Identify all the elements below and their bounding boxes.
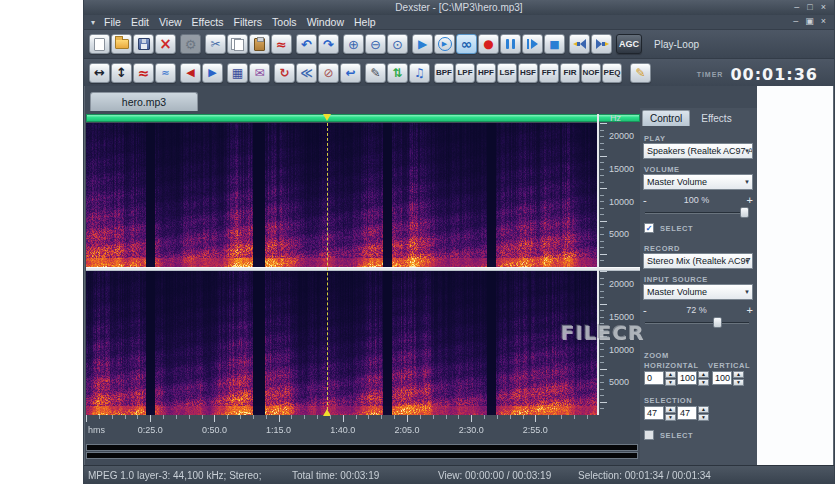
spin-down-icon[interactable]: ▼ bbox=[733, 379, 744, 386]
settings-button[interactable]: ⚙ bbox=[180, 34, 201, 54]
record-minus-button[interactable]: - bbox=[643, 304, 647, 316]
volume-slider[interactable] bbox=[645, 207, 749, 218]
record-plus-button[interactable]: + bbox=[747, 304, 753, 316]
spin-up-icon[interactable]: ▲ bbox=[698, 406, 709, 413]
menu-effects[interactable]: Effects bbox=[187, 16, 229, 28]
pause-button[interactable] bbox=[500, 34, 521, 54]
mdi-system-menu-icon[interactable]: ▾ bbox=[87, 18, 99, 27]
open-file-button[interactable] bbox=[111, 34, 132, 54]
menu-tools[interactable]: Tools bbox=[267, 16, 302, 28]
record-slider-track[interactable] bbox=[645, 322, 749, 324]
record-slider-handle[interactable] bbox=[713, 317, 722, 328]
fit-vertical-button[interactable]: ↕ bbox=[111, 63, 132, 83]
selection-start-value[interactable]: 47 bbox=[644, 406, 664, 420]
child-restore-button[interactable]: ▣ bbox=[805, 16, 814, 26]
position-bar[interactable] bbox=[86, 114, 640, 122]
zoom-out-button[interactable]: ⊖ bbox=[365, 34, 386, 54]
child-close-button[interactable]: × bbox=[821, 16, 826, 26]
spin-up-icon[interactable]: ▲ bbox=[665, 406, 676, 413]
spectrogram-left-channel[interactable] bbox=[86, 123, 597, 267]
menu-filters[interactable]: Filters bbox=[229, 16, 268, 28]
filter-hsf-button[interactable]: HSF bbox=[518, 63, 538, 83]
media-player-button[interactable]: ♫ bbox=[409, 63, 430, 83]
send-mail-button[interactable]: ✉ bbox=[249, 63, 270, 83]
play-selection-button[interactable]: ▶ bbox=[434, 34, 455, 54]
document-tab[interactable]: hero.mp3 bbox=[90, 92, 198, 111]
input-source-select[interactable]: Master Volume bbox=[643, 284, 753, 300]
speaker-output-button[interactable] bbox=[569, 34, 590, 54]
zoom-in-button[interactable]: ⊕ bbox=[343, 34, 364, 54]
copy-button[interactable] bbox=[227, 34, 248, 54]
volume-device-select[interactable]: Master Volume bbox=[643, 174, 753, 190]
filter-lsf-button[interactable]: LSF bbox=[497, 63, 517, 83]
record-button[interactable]: ● bbox=[478, 34, 499, 54]
record-device-select[interactable]: Stereo Mix (Realtek AC97 A bbox=[643, 253, 753, 269]
spectrogram-right-channel[interactable] bbox=[86, 271, 597, 415]
reverse-button[interactable]: ↩ bbox=[340, 63, 361, 83]
filter-bpf-button[interactable]: BPF bbox=[434, 63, 454, 83]
stop-button[interactable]: ■ bbox=[544, 34, 565, 54]
envelope-button[interactable]: ▦ bbox=[227, 63, 248, 83]
waveform-red-button[interactable]: ≈ bbox=[133, 63, 154, 83]
menu-edit[interactable]: Edit bbox=[126, 16, 154, 28]
minimize-button[interactable]: – bbox=[794, 2, 799, 13]
filter-lpf-button[interactable]: LPF bbox=[455, 63, 475, 83]
preset-editor-button[interactable]: ✎ bbox=[630, 63, 651, 83]
menu-window[interactable]: Window bbox=[302, 16, 349, 28]
undo-button[interactable]: ↶ bbox=[296, 34, 317, 54]
id3-editor-button[interactable]: ✎ bbox=[365, 63, 386, 83]
playback-device-select[interactable]: Speakers (Realtek AC97 Au bbox=[643, 143, 753, 159]
child-minimize-button[interactable]: – bbox=[793, 16, 798, 26]
cut-button[interactable]: ✂ bbox=[205, 34, 226, 54]
overview-scroll-area[interactable] bbox=[86, 444, 638, 460]
play-from-cursor-button[interactable] bbox=[522, 34, 543, 54]
echo-button[interactable]: ≪ bbox=[296, 63, 317, 83]
menu-help[interactable]: Help bbox=[349, 16, 381, 28]
record-slider[interactable] bbox=[645, 317, 749, 328]
overview-bar-bottom[interactable] bbox=[86, 452, 638, 459]
overview-bar-top[interactable] bbox=[86, 444, 638, 451]
spin-up-icon[interactable]: ▲ bbox=[733, 371, 744, 378]
spin-down-icon[interactable]: ▼ bbox=[698, 414, 709, 421]
loop-button[interactable]: ∞ bbox=[456, 34, 477, 54]
playhead-cursor[interactable] bbox=[327, 123, 328, 415]
zoom-h-end-value[interactable]: 100 bbox=[677, 371, 697, 385]
menu-file[interactable]: File bbox=[99, 16, 126, 28]
filter-fir-button[interactable]: FIR bbox=[560, 63, 580, 83]
surround-pan-button[interactable]: ↻ bbox=[274, 63, 295, 83]
select-playback-checkbox[interactable]: ✓ bbox=[644, 223, 654, 233]
time-ruler[interactable]: hms 0:25.00:50.01:15.01:40.02:05.02:30.0… bbox=[86, 415, 597, 438]
zoom-all-button[interactable]: ⊙ bbox=[387, 34, 408, 54]
volume-plus-button[interactable]: + bbox=[747, 194, 753, 206]
tab-control[interactable]: Control bbox=[642, 110, 690, 126]
play-button[interactable]: ▶ bbox=[412, 34, 433, 54]
playhead-marker-top-icon[interactable] bbox=[323, 114, 331, 121]
volume-slider-track[interactable] bbox=[645, 212, 749, 214]
filter-peq-button[interactable]: PEQ bbox=[602, 63, 622, 83]
selection-end-value[interactable]: 47 bbox=[677, 406, 697, 420]
save-file-button[interactable] bbox=[133, 34, 154, 54]
title-bar[interactable]: Dexster - [C:\MP3\hero.mp3] – □ × bbox=[84, 0, 834, 15]
filter-nof-button[interactable]: NOF bbox=[581, 63, 601, 83]
redo-button[interactable]: ↷ bbox=[318, 34, 339, 54]
close-button[interactable]: × bbox=[821, 2, 826, 13]
volume-slider-handle[interactable] bbox=[740, 207, 749, 218]
paste-button[interactable] bbox=[249, 34, 270, 54]
menu-view[interactable]: View bbox=[154, 16, 187, 28]
convert-button[interactable]: ⇅ bbox=[387, 63, 408, 83]
fade-in-button[interactable]: ◀ bbox=[180, 63, 201, 83]
spin-down-icon[interactable]: ▼ bbox=[698, 379, 709, 386]
filter-hpf-button[interactable]: HPF bbox=[476, 63, 496, 83]
volume-minus-button[interactable]: - bbox=[643, 194, 647, 206]
waveform-blue-button[interactable]: ≈ bbox=[155, 63, 176, 83]
fit-horizontal-button[interactable]: ↔ bbox=[89, 63, 110, 83]
filter-fft-button[interactable]: FFT bbox=[539, 63, 559, 83]
tab-effects[interactable]: Effects bbox=[694, 111, 738, 126]
zoom-h-start-value[interactable]: 0 bbox=[644, 371, 664, 385]
fade-out-button[interactable]: ▶ bbox=[202, 63, 223, 83]
close-file-button[interactable]: × bbox=[155, 34, 176, 54]
agc-button[interactable]: AGC bbox=[616, 34, 642, 54]
speaker-input-button[interactable] bbox=[591, 34, 612, 54]
draw-wave-button[interactable]: ≈ bbox=[271, 34, 292, 54]
spin-up-icon[interactable]: ▲ bbox=[665, 371, 676, 378]
